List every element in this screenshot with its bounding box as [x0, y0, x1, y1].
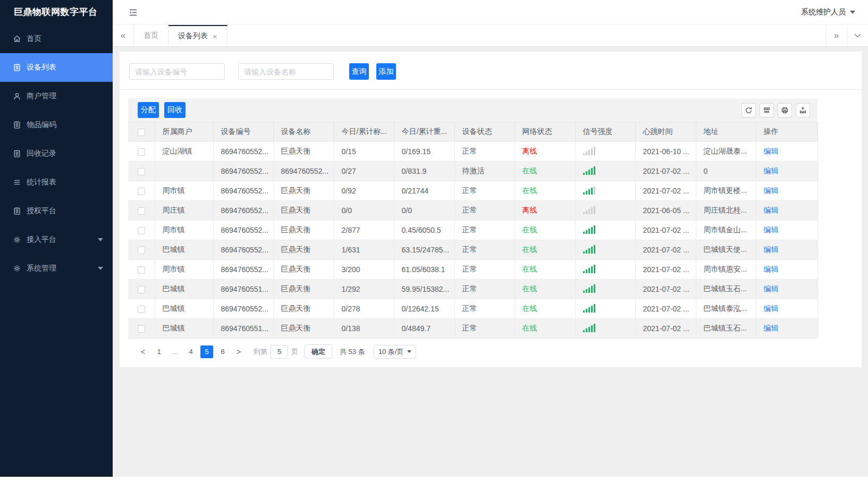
- cell-heartbeat: 2021-07-02 ...: [635, 260, 696, 280]
- tab-home[interactable]: 首页: [134, 25, 168, 46]
- sidebar-item-stats-report[interactable]: 统计报表: [0, 168, 113, 197]
- select-all-checkbox[interactable]: [138, 129, 145, 136]
- page-number-5[interactable]: 5: [200, 345, 213, 358]
- row-checkbox[interactable]: [138, 306, 145, 313]
- add-button[interactable]: 添加: [376, 63, 396, 80]
- cell-network-status: 离线: [515, 142, 575, 162]
- cell-today-weight: 0/169.15: [394, 142, 454, 162]
- table-row: 8694760552...8694760552...0/270/831.9待激活…: [128, 162, 818, 181]
- refresh-button[interactable]: [741, 103, 756, 117]
- sidebar-item-system-mgmt[interactable]: 系统管理: [0, 254, 113, 283]
- edit-link[interactable]: 编辑: [764, 284, 779, 293]
- recycle-button[interactable]: 回收: [164, 102, 186, 118]
- sidebar-item-auth-platform[interactable]: 授权平台: [0, 197, 113, 225]
- row-checkbox[interactable]: [138, 325, 145, 333]
- cell-signal: [575, 201, 635, 221]
- edit-link[interactable]: 编辑: [764, 186, 779, 195]
- device-no-input[interactable]: [129, 63, 225, 80]
- cell-address: 周庄镇北桂...: [696, 201, 756, 221]
- cell-device-status: 正常: [454, 260, 515, 280]
- column-header: 设备编号: [213, 122, 273, 142]
- home-icon: [13, 35, 21, 43]
- close-icon[interactable]: ×: [213, 32, 217, 41]
- main-area: 系统维护人员 « 首页 设备列表 × »: [113, 0, 868, 477]
- print-button[interactable]: [778, 103, 792, 117]
- print-icon: [781, 106, 789, 114]
- edit-link[interactable]: 编辑: [764, 324, 779, 332]
- sidebar-item-device-list[interactable]: 设备列表: [0, 53, 113, 82]
- row-checkbox[interactable]: [138, 168, 145, 175]
- signal-strength-icon: [583, 206, 595, 214]
- sidebar-item-recycle-record[interactable]: 回收记录: [0, 139, 113, 168]
- row-checkbox[interactable]: [138, 227, 145, 234]
- cell-today-count: 3/200: [334, 260, 394, 280]
- cell-device-no: 8694760552...: [213, 240, 273, 260]
- cell-device-name: 巨鼎天衡: [273, 280, 334, 299]
- signal-strength-icon: [583, 225, 595, 234]
- row-checkbox[interactable]: [138, 266, 145, 274]
- cell-today-weight: 0/4849.7: [394, 319, 454, 339]
- page-number-1[interactable]: 1: [153, 345, 165, 358]
- assign-button[interactable]: 分配: [138, 102, 159, 118]
- cell-merchant: 周市镇: [155, 221, 213, 240]
- tabs-scroll-left[interactable]: «: [113, 25, 134, 46]
- edit-link[interactable]: 编辑: [764, 166, 779, 175]
- sidebar-item-access-platform[interactable]: 接入平台: [0, 225, 113, 254]
- cell-today-count: 1/292: [334, 280, 394, 299]
- goto-page-input[interactable]: [271, 345, 288, 359]
- cell-device-name: 巨鼎天衡: [273, 181, 334, 201]
- edit-link[interactable]: 编辑: [764, 245, 779, 254]
- sidebar-item-label: 统计报表: [27, 178, 56, 187]
- page-number-4[interactable]: 4: [184, 345, 197, 358]
- cell-address: 淀山湖晟泰...: [696, 142, 756, 162]
- next-page-button[interactable]: >: [232, 345, 245, 358]
- row-checkbox[interactable]: [138, 188, 145, 195]
- clipboard-icon: [13, 63, 21, 72]
- sidebar-item-merchant-mgmt[interactable]: 商户管理: [0, 82, 113, 111]
- cell-merchant: 巴城镇: [155, 240, 213, 260]
- page-size-select[interactable]: 10 条/页: [374, 345, 417, 359]
- query-button[interactable]: 查询: [349, 63, 369, 80]
- goto-confirm-button[interactable]: 确定: [305, 344, 332, 359]
- cell-today-weight: 0/12642.15: [394, 299, 454, 319]
- columns-button[interactable]: [760, 103, 774, 117]
- cell-signal: [575, 280, 635, 299]
- section-divider: [120, 89, 862, 90]
- sidebar-item-item-code[interactable]: 物品编码: [0, 111, 113, 139]
- user-menu[interactable]: 系统维护人员: [801, 7, 855, 17]
- cell-network-status: 在线: [515, 299, 575, 319]
- cell-actions: 编辑: [756, 142, 818, 162]
- edit-link[interactable]: 编辑: [764, 147, 779, 155]
- edit-link[interactable]: 编辑: [764, 304, 779, 313]
- cell-today-count: 0/92: [334, 181, 394, 201]
- device-name-input[interactable]: [238, 63, 334, 80]
- column-header: 心跳时间: [635, 122, 696, 142]
- tabs-scroll-right[interactable]: »: [825, 25, 847, 46]
- sidebar-collapse-icon[interactable]: [129, 9, 138, 16]
- chevron-down-icon: [407, 350, 411, 353]
- cell-merchant: 周市镇: [155, 181, 213, 201]
- prev-page-button[interactable]: <: [137, 345, 149, 358]
- edit-link[interactable]: 编辑: [764, 206, 779, 214]
- tab-device-list[interactable]: 设备列表 ×: [168, 25, 227, 46]
- edit-link[interactable]: 编辑: [764, 225, 779, 234]
- tabs-more-menu[interactable]: [847, 25, 868, 46]
- goto-unit-label: 页: [291, 347, 298, 357]
- cell-address: 周市镇惠安...: [696, 260, 756, 280]
- sidebar-item-home[interactable]: 首页: [0, 24, 113, 53]
- column-header: 今日/累计重...: [394, 122, 454, 142]
- page-number-6[interactable]: 6: [216, 345, 229, 358]
- row-checkbox[interactable]: [138, 148, 145, 156]
- cell-merchant: 巴城镇: [155, 299, 213, 319]
- row-checkbox[interactable]: [138, 286, 145, 293]
- row-checkbox[interactable]: [138, 207, 145, 215]
- cell-actions: 编辑: [756, 162, 818, 181]
- row-checkbox[interactable]: [138, 247, 145, 254]
- sidebar-item-label: 设备列表: [27, 63, 56, 72]
- page-ellipsis[interactable]: ...: [168, 345, 181, 358]
- edit-link[interactable]: 编辑: [764, 265, 779, 273]
- export-button[interactable]: [796, 103, 810, 117]
- column-header: 设备名称: [273, 122, 334, 142]
- cell-today-count: 0/138: [334, 319, 394, 339]
- cell-today-weight: 61.05/6038.1: [394, 260, 454, 280]
